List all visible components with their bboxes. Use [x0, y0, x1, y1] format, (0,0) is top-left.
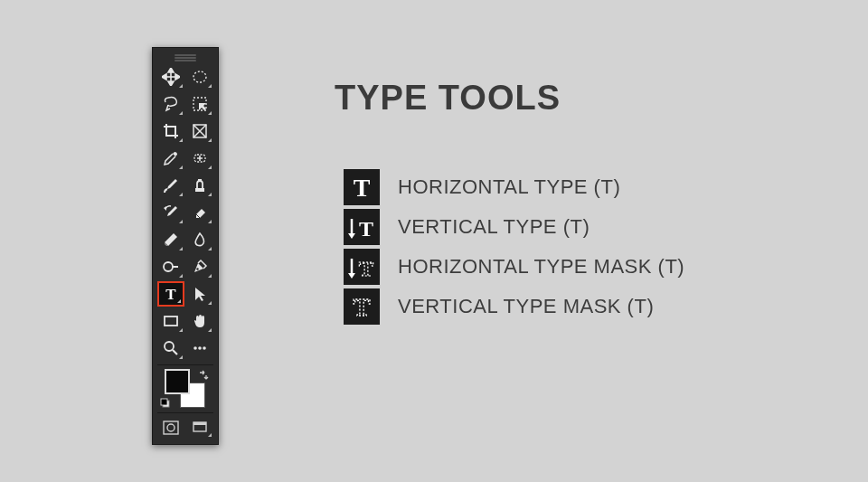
quick-mask-mode-button[interactable]: [157, 417, 184, 439]
move-tool[interactable]: [157, 64, 184, 90]
hand-tool[interactable]: [186, 308, 213, 334]
svg-point-28: [196, 268, 198, 269]
variant-horizontal-type[interactable]: T HORIZONTAL TYPE (T): [344, 167, 684, 207]
rectangle-shape-tool[interactable]: [157, 308, 184, 334]
quick-selection-tool[interactable]: [186, 91, 213, 117]
svg-point-14: [193, 71, 206, 82]
edit-toolbar-button[interactable]: [186, 336, 213, 361]
horizontal-type-icon: T: [344, 169, 380, 205]
gradient-tool[interactable]: [157, 227, 184, 252]
svg-text:T: T: [354, 174, 371, 202]
svg-rect-39: [164, 421, 178, 434]
lasso-tool[interactable]: [157, 91, 184, 117]
zoom-tool[interactable]: [157, 336, 184, 361]
color-swatches: [160, 369, 211, 409]
variant-label: VERTICAL TYPE MASK (T): [398, 295, 654, 318]
panel-drag-handle[interactable]: [155, 52, 216, 64]
path-selection-tool[interactable]: [186, 281, 213, 307]
page-title: TYPE TOOLS: [335, 79, 561, 118]
svg-point-26: [164, 262, 173, 271]
svg-marker-25: [164, 206, 166, 211]
svg-point-40: [167, 424, 175, 431]
default-colors-icon[interactable]: [160, 398, 171, 409]
variant-label: VERTICAL TYPE (T): [398, 215, 590, 239]
svg-marker-30: [195, 288, 205, 301]
variant-horizontal-type-mask[interactable]: T HORIZONTAL TYPE MASK (T): [344, 247, 684, 287]
variant-vertical-type-mask[interactable]: T VERTICAL TYPE MASK (T): [344, 287, 684, 326]
pen-tool[interactable]: [186, 254, 213, 279]
svg-marker-16: [199, 103, 206, 110]
clone-stamp-tool[interactable]: [186, 173, 213, 198]
variant-label: HORIZONTAL TYPE (T): [398, 175, 620, 199]
toolbar-divider: [157, 412, 213, 413]
svg-marker-12: [162, 74, 166, 80]
brush-tool[interactable]: [157, 173, 184, 198]
vertical-type-mask-icon: T: [344, 288, 380, 325]
svg-text:T: T: [359, 217, 373, 241]
svg-rect-23: [195, 188, 204, 192]
swap-colors-icon[interactable]: [198, 369, 209, 380]
type-tool[interactable]: T: [157, 281, 184, 307]
eraser-tool[interactable]: [186, 200, 213, 225]
svg-rect-42: [193, 422, 206, 425]
toolbar-divider: [157, 364, 213, 365]
history-brush-tool[interactable]: [157, 200, 184, 225]
dodge-tool[interactable]: [157, 254, 184, 279]
frame-tool[interactable]: [186, 118, 213, 144]
svg-point-32: [165, 342, 174, 351]
marquee-tool[interactable]: [186, 64, 213, 90]
type-tool-variants: T HORIZONTAL TYPE (T) T VERTICAL TYPE (T…: [344, 167, 684, 326]
svg-text:T: T: [354, 293, 371, 321]
svg-marker-11: [168, 81, 174, 86]
variant-vertical-type[interactable]: T VERTICAL TYPE (T): [344, 207, 684, 247]
svg-point-36: [203, 346, 206, 350]
screen-mode-button[interactable]: [186, 417, 213, 439]
healing-brush-tool[interactable]: [186, 146, 213, 171]
svg-marker-2: [348, 233, 355, 239]
svg-rect-24: [198, 179, 202, 181]
foreground-color-swatch[interactable]: [165, 369, 190, 394]
svg-marker-13: [175, 74, 180, 80]
variant-label: HORIZONTAL TYPE MASK (T): [398, 255, 684, 279]
svg-marker-10: [168, 68, 174, 72]
svg-rect-27: [173, 266, 178, 268]
svg-rect-31: [165, 317, 177, 326]
vertical-type-icon: T: [344, 209, 380, 245]
svg-line-33: [173, 350, 177, 354]
horizontal-type-mask-icon: T: [344, 249, 380, 285]
blur-tool[interactable]: [186, 227, 213, 252]
svg-text:T: T: [359, 257, 373, 280]
svg-rect-38: [161, 399, 167, 405]
svg-marker-5: [348, 273, 355, 279]
crop-tool[interactable]: [157, 118, 184, 144]
svg-point-35: [198, 346, 202, 350]
svg-point-34: [193, 346, 197, 350]
tools-panel: T: [152, 47, 219, 445]
svg-text:T: T: [165, 286, 176, 303]
eyedropper-tool[interactable]: [157, 146, 184, 171]
